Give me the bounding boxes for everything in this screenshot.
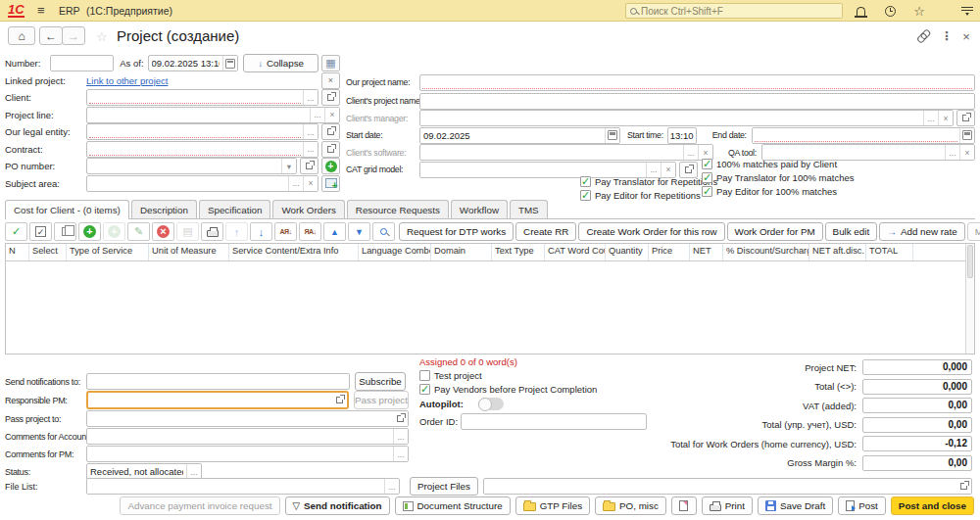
pay-translator-100-matches[interactable]: ✓ Pay Translator for 100% matches [702, 171, 854, 184]
post-button[interactable]: Post [838, 496, 886, 515]
calendar-icon[interactable] [959, 128, 974, 143]
calendar-icon[interactable] [222, 56, 237, 71]
select-all-icon[interactable]: ✓ [5, 222, 27, 241]
col-text-type[interactable]: Text Type [492, 244, 545, 260]
minimum-fee-button[interactable]: Minimum Fee number of words [967, 222, 980, 241]
col-discount-surcharge[interactable]: % Discount/Surcharge [723, 244, 809, 260]
advance-payment-button[interactable]: Advance payment invoice request [120, 496, 279, 515]
comments-for-account-field[interactable]: ... [86, 428, 409, 445]
panel-toggle-icon[interactable] [958, 3, 976, 19]
send-notification-button[interactable]: ▽ Send notification [285, 496, 390, 515]
grid-settings-icon[interactable]: ▦ [321, 55, 340, 71]
expand-icon[interactable]: ... [393, 429, 408, 444]
document-structure-button[interactable]: Document Structure [395, 496, 511, 515]
checkbox-checked[interactable]: ✓ [419, 384, 430, 395]
send-notifications-field[interactable] [86, 373, 350, 390]
client-field[interactable]: ... [86, 89, 318, 106]
col-net[interactable]: NET [690, 244, 723, 260]
100-matches-paid-by-client[interactable]: ✓ 100% matches paid by Client [702, 158, 854, 170]
clients-software-field[interactable]: ... × [419, 144, 713, 161]
select-icon[interactable]: ... [945, 145, 959, 160]
move-up-icon[interactable]: ↑ [225, 222, 248, 241]
grid-vertical-scrollbar[interactable] [965, 244, 974, 354]
clear-icon[interactable]: × [959, 145, 974, 160]
col-service-content[interactable]: Service Content/Extra Info [229, 244, 359, 260]
close-icon[interactable]: × [958, 29, 974, 43]
add-new-rate-button[interactable]: → Add new rate [879, 222, 965, 241]
forward-button[interactable]: → [62, 26, 85, 45]
clear-icon[interactable]: × [303, 176, 318, 191]
work-order-for-pm-button[interactable]: Work Order for PM [727, 222, 823, 241]
autopilot-toggle[interactable] [478, 398, 504, 410]
end-date-field[interactable] [752, 127, 975, 144]
col-cat-word-count[interactable]: CAT Word Count [545, 244, 606, 260]
checkbox-checked[interactable]: ✓ [702, 159, 712, 169]
select-icon[interactable]: ... [310, 108, 324, 122]
po-number-field[interactable]: ▾ [86, 158, 297, 174]
edit-row-icon[interactable]: ✎ [127, 222, 150, 241]
checkbox-checked[interactable]: ✓ [702, 186, 712, 197]
project-files-path-field[interactable] [483, 478, 972, 495]
more-menu-icon[interactable]: ⋮ [939, 29, 955, 43]
delete-row-icon[interactable]: × [152, 222, 174, 241]
create-rr-button[interactable]: Create RR [515, 222, 576, 241]
history-icon[interactable] [881, 3, 899, 19]
add-row-icon[interactable]: + [78, 222, 101, 241]
col-type-of-service[interactable]: Type of Service [67, 244, 149, 260]
clear-linked-project-icon[interactable]: × [321, 72, 340, 89]
responsible-pm-field[interactable] [86, 391, 349, 409]
global-search[interactable] [625, 3, 843, 19]
select-icon[interactable]: ... [683, 145, 698, 160]
open-manager-icon[interactable] [956, 110, 975, 126]
file-list-field[interactable]: ... [86, 478, 400, 495]
add-po-icon[interactable]: + [321, 158, 340, 174]
1c-logo[interactable]: 1С [8, 3, 24, 18]
link-to-other-project[interactable]: Link to other project [86, 75, 168, 86]
tab-cost-for-client[interactable]: Cost for Client - (0 items) [5, 200, 129, 219]
notifications-bell-icon[interactable] [852, 3, 869, 19]
calendar-icon[interactable] [605, 128, 619, 143]
bookmark-star-icon[interactable]: ☆ [96, 29, 108, 44]
tab-specification[interactable]: Specification [199, 200, 271, 218]
gtp-files-button[interactable]: GTP Files [515, 496, 590, 515]
output-list-icon[interactable] [201, 222, 223, 241]
tab-tms[interactable]: TMS [510, 200, 548, 218]
po-misc-button[interactable]: PO, misc [595, 496, 666, 515]
as-of-field[interactable] [148, 55, 239, 71]
start-time-field[interactable] [667, 127, 697, 144]
finish-editing-icon[interactable]: ▤ [176, 222, 199, 241]
tab-work-orders[interactable]: Work Orders [272, 200, 344, 218]
move-to-bottom-icon[interactable]: ▼ [348, 222, 370, 241]
open-contract-icon[interactable] [321, 141, 340, 158]
post-and-close-button[interactable]: Post and close [891, 496, 974, 515]
col-unit-of-measure[interactable]: Unit of Measure [149, 244, 229, 260]
pay-editor-100-matches[interactable]: ✓ Pay Editor for 100% matches [702, 185, 854, 198]
open-icon[interactable] [393, 411, 408, 426]
select-icon[interactable]: ... [288, 176, 303, 191]
clients-project-name-field[interactable] [419, 93, 975, 110]
col-n[interactable]: N [6, 244, 29, 260]
open-legal-entity-icon[interactable] [321, 123, 340, 140]
create-work-order-row-button[interactable]: Create Work Order for this row [578, 222, 724, 241]
clients-manager-field[interactable]: ... × [419, 110, 954, 126]
col-domain[interactable]: Domain [431, 244, 492, 260]
comments-for-pm-field[interactable]: ... [86, 446, 409, 462]
tab-resource-requests[interactable]: Resource Requests [347, 200, 449, 218]
col-language-combo[interactable]: Language Combo [359, 244, 431, 260]
select-icon[interactable]: ... [923, 111, 938, 125]
checkbox-checked[interactable]: ✓ [702, 172, 712, 183]
project-line-field[interactable]: ... × [86, 107, 340, 123]
checkbox-unchecked[interactable] [419, 370, 430, 381]
back-button[interactable]: ← [39, 26, 63, 45]
print-preview-button[interactable] [671, 496, 697, 515]
checkbox-checked[interactable]: ✓ [580, 176, 591, 187]
open-pm-icon[interactable] [332, 393, 347, 407]
collapse-button[interactable]: ↓ Collapse [243, 54, 318, 72]
subscribe-button[interactable]: Subscribe [355, 372, 406, 391]
main-menu-icon[interactable]: ≡ [37, 3, 45, 18]
move-down-icon[interactable]: ↓ [250, 222, 272, 241]
col-price[interactable]: Price [649, 244, 690, 260]
copy-icon[interactable] [54, 222, 76, 241]
request-dtp-works-button[interactable]: Request for DTP works [399, 222, 514, 241]
sort-descending-icon[interactable]: ЯА↓ [299, 222, 321, 241]
